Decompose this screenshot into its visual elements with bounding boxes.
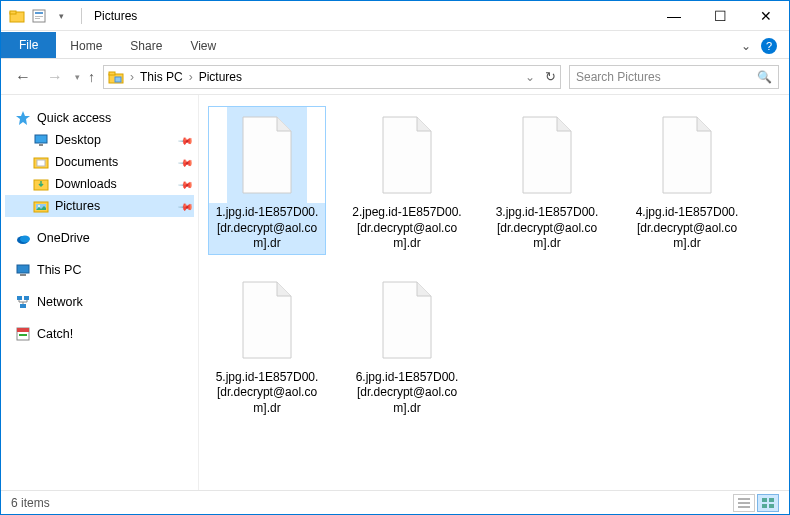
- history-dropdown-icon[interactable]: ▾: [75, 72, 80, 82]
- chevron-right-icon[interactable]: ›: [126, 70, 138, 84]
- svg-rect-27: [19, 334, 27, 336]
- status-bar: 6 items: [1, 490, 789, 514]
- pin-icon: 📌: [178, 154, 194, 170]
- sidebar-item-label: Desktop: [55, 133, 101, 147]
- svg-rect-7: [109, 72, 115, 75]
- sidebar-item-label: Pictures: [55, 199, 100, 213]
- address-dropdown-icon[interactable]: ⌄: [521, 70, 539, 84]
- svg-rect-28: [762, 498, 767, 502]
- thumbnails-view-button[interactable]: [757, 494, 779, 512]
- file-name: 3.jpg.id-1E857D00.[dr.decrypt@aol.com].d…: [489, 203, 605, 254]
- help-icon[interactable]: ?: [761, 38, 777, 54]
- file-thumbnail: [367, 272, 447, 368]
- crumb-pictures[interactable]: Pictures: [199, 70, 242, 84]
- file-item[interactable]: 6.jpg.id-1E857D00.[dr.decrypt@aol.com].d…: [349, 272, 465, 419]
- file-item[interactable]: 1.jpg.id-1E857D00.[dr.decrypt@aol.com].d…: [209, 107, 325, 254]
- svg-rect-21: [20, 274, 26, 276]
- nav-label: OneDrive: [37, 231, 90, 245]
- svg-rect-30: [762, 504, 767, 508]
- svg-rect-29: [769, 498, 774, 502]
- nav-network[interactable]: Network: [5, 291, 194, 313]
- svg-rect-1: [10, 11, 16, 14]
- sidebar-item-documents[interactable]: Documents📌: [5, 151, 194, 173]
- item-count: 6 items: [11, 496, 50, 510]
- breadcrumb[interactable]: › This PC › Pictures ⌄ ↻: [103, 65, 561, 89]
- ribbon: File Home Share View ⌄ ?: [1, 31, 789, 59]
- file-name: 5.jpg.id-1E857D00.[dr.decrypt@aol.com].d…: [209, 368, 325, 419]
- tab-home[interactable]: Home: [56, 34, 116, 58]
- folder-icon: [33, 198, 49, 214]
- svg-rect-24: [20, 304, 26, 308]
- file-name: 6.jpg.id-1E857D00.[dr.decrypt@aol.com].d…: [349, 368, 465, 419]
- properties-icon[interactable]: [31, 8, 47, 24]
- nav-catch[interactable]: Catch!: [5, 323, 194, 345]
- close-button[interactable]: ✕: [743, 1, 789, 31]
- catch-icon: [15, 326, 31, 342]
- minimize-button[interactable]: —: [651, 1, 697, 31]
- nav-this-pc[interactable]: This PC: [5, 259, 194, 281]
- onedrive-icon: [15, 230, 31, 246]
- svg-rect-31: [769, 504, 774, 508]
- svg-rect-26: [17, 328, 29, 332]
- nav-label: Network: [37, 295, 83, 309]
- tab-share[interactable]: Share: [116, 34, 176, 58]
- pc-icon: [15, 262, 31, 278]
- file-item[interactable]: 4.jpg.id-1E857D00.[dr.decrypt@aol.com].d…: [629, 107, 745, 254]
- forward-button[interactable]: →: [43, 65, 67, 89]
- breadcrumb-folder-icon: [108, 69, 124, 85]
- svg-rect-5: [35, 18, 40, 19]
- file-thumbnail: [227, 272, 307, 368]
- back-button[interactable]: ←: [11, 65, 35, 89]
- svg-rect-10: [35, 135, 47, 143]
- svg-rect-13: [37, 160, 45, 166]
- title-bar: ▾ Pictures — ☐ ✕: [1, 1, 789, 31]
- search-placeholder: Search Pictures: [576, 70, 661, 84]
- ribbon-expand-icon[interactable]: ⌄: [741, 39, 751, 53]
- folder-icon: [33, 176, 49, 192]
- nav-quick-access[interactable]: Quick access: [5, 107, 194, 129]
- pin-icon: 📌: [178, 198, 194, 214]
- folder-icon: [33, 154, 49, 170]
- svg-rect-20: [17, 265, 29, 273]
- sidebar-item-label: Downloads: [55, 177, 117, 191]
- svg-point-19: [20, 236, 30, 243]
- file-item[interactable]: 5.jpg.id-1E857D00.[dr.decrypt@aol.com].d…: [209, 272, 325, 419]
- pin-icon: 📌: [178, 132, 194, 148]
- svg-rect-11: [39, 144, 43, 146]
- up-button[interactable]: ↑: [88, 69, 95, 85]
- nav-onedrive[interactable]: OneDrive: [5, 227, 194, 249]
- svg-point-17: [38, 205, 40, 207]
- crumb-this-pc[interactable]: This PC: [140, 70, 183, 84]
- search-input[interactable]: Search Pictures 🔍: [569, 65, 779, 89]
- svg-rect-4: [35, 16, 43, 17]
- file-thumbnail: [367, 107, 447, 203]
- file-name: 1.jpg.id-1E857D00.[dr.decrypt@aol.com].d…: [209, 203, 325, 254]
- nav-label: This PC: [37, 263, 81, 277]
- qat-dropdown-icon[interactable]: ▾: [53, 8, 69, 24]
- maximize-button[interactable]: ☐: [697, 1, 743, 31]
- svg-rect-8: [115, 77, 121, 82]
- sidebar-item-label: Documents: [55, 155, 118, 169]
- file-item[interactable]: 3.jpg.id-1E857D00.[dr.decrypt@aol.com].d…: [489, 107, 605, 254]
- svg-rect-3: [35, 12, 43, 14]
- svg-rect-22: [17, 296, 22, 300]
- pin-icon: 📌: [178, 176, 194, 192]
- folder-icon: [33, 132, 49, 148]
- sidebar-item-downloads[interactable]: Downloads📌: [5, 173, 194, 195]
- refresh-icon[interactable]: ↻: [545, 69, 556, 84]
- details-view-button[interactable]: [733, 494, 755, 512]
- file-thumbnail: [647, 107, 727, 203]
- sidebar-item-desktop[interactable]: Desktop📌: [5, 129, 194, 151]
- sidebar-item-pictures[interactable]: Pictures📌: [5, 195, 194, 217]
- svg-rect-23: [24, 296, 29, 300]
- file-list: 1.jpg.id-1E857D00.[dr.decrypt@aol.com].d…: [199, 95, 789, 492]
- file-name: 2.jpeg.id-1E857D00.[dr.decrypt@aol.com].…: [349, 203, 465, 254]
- file-thumbnail: [227, 107, 307, 203]
- file-tab[interactable]: File: [1, 32, 56, 58]
- navigation-pane: Quick access Desktop📌Documents📌Downloads…: [1, 95, 199, 492]
- file-item[interactable]: 2.jpeg.id-1E857D00.[dr.decrypt@aol.com].…: [349, 107, 465, 254]
- folder-app-icon: [9, 8, 25, 24]
- search-icon[interactable]: 🔍: [757, 70, 772, 84]
- tab-view[interactable]: View: [176, 34, 230, 58]
- chevron-right-icon[interactable]: ›: [185, 70, 197, 84]
